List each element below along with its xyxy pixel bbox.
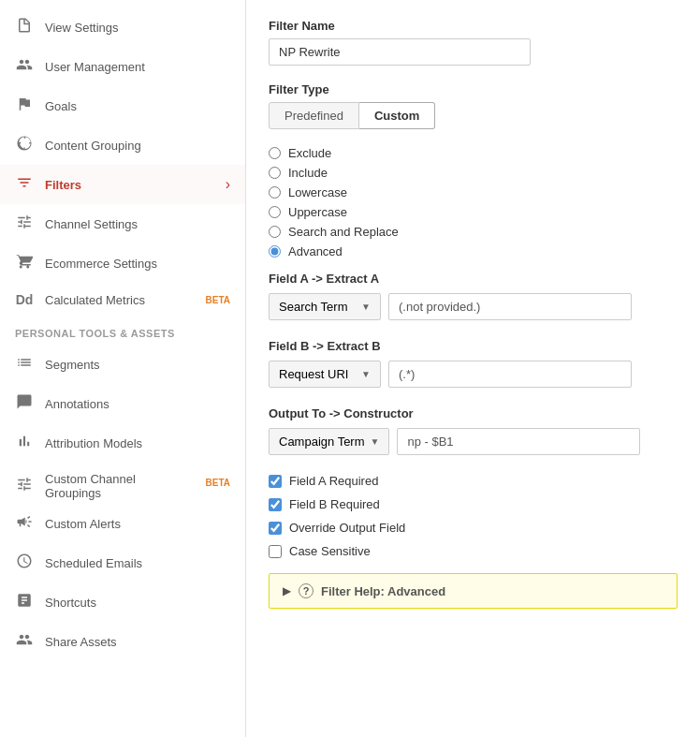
checkbox-case-sensitive-label: Case Sensitive (289, 544, 371, 558)
sidebar-item-scheduled-emails-label: Scheduled Emails (45, 556, 230, 570)
cart-icon (15, 253, 34, 273)
output-input[interactable] (397, 428, 640, 455)
sidebar-item-custom-channel-groupings[interactable]: Custom Channel Groupings BETA (0, 463, 245, 504)
sidebar-item-filters[interactable]: Filters › (0, 165, 245, 204)
checkbox-override-output-input[interactable] (269, 522, 282, 535)
sidebar-item-calculated-metrics-label: Calculated Metrics (45, 293, 191, 307)
segments-icon (15, 354, 34, 375)
radio-lowercase-label: Lowercase (288, 185, 347, 199)
field-b-label: Field B -> Extract B (269, 339, 678, 353)
radio-exclude-input[interactable] (269, 147, 281, 159)
filter-name-label: Filter Name (269, 19, 678, 33)
field-b-section: Field B -> Extract B Request URI ▼ (269, 339, 678, 388)
sidebar-item-channel-settings[interactable]: Channel Settings (0, 204, 245, 243)
field-b-input[interactable] (388, 361, 632, 388)
checkbox-field-b-required-label: Field B Required (289, 497, 380, 511)
share-icon (15, 631, 34, 652)
active-indicator: › (226, 176, 230, 193)
field-b-chevron-icon: ▼ (361, 369, 371, 379)
sidebar-item-annotations[interactable]: Annotations (0, 384, 245, 423)
predefined-btn[interactable]: Predefined (269, 102, 359, 129)
radio-uppercase-label: Uppercase (288, 205, 347, 219)
output-label: Output To -> Constructor (269, 406, 678, 420)
checkbox-override-output-label: Override Output Field (289, 521, 405, 535)
sidebar-item-custom-alerts-label: Custom Alerts (45, 517, 230, 531)
radio-exclude[interactable]: Exclude (269, 146, 678, 160)
checkbox-group: Field A Required Field B Required Overri… (269, 474, 678, 558)
sidebar-item-shortcuts[interactable]: Shortcuts (0, 582, 245, 622)
advanced-section: Field A -> Extract A Search Term ▼ Field… (269, 272, 678, 609)
sliders2-icon (15, 476, 34, 496)
sidebar-item-shortcuts-label: Shortcuts (45, 596, 230, 610)
field-a-chevron-icon: ▼ (361, 302, 371, 312)
radio-lowercase-input[interactable] (269, 186, 281, 199)
annotation-icon (15, 393, 34, 414)
sidebar-item-ecommerce-settings[interactable]: Ecommerce Settings (0, 243, 245, 283)
radio-search-replace[interactable]: Search and Replace (269, 225, 678, 239)
radio-uppercase-input[interactable] (269, 206, 281, 218)
sidebar-item-share-assets-label: Share Assets (45, 635, 230, 649)
bar-chart-icon (15, 433, 34, 453)
sidebar-item-view-settings[interactable]: View Settings (0, 7, 245, 47)
output-row: Campaign Term ▼ (269, 428, 678, 455)
checkbox-field-a-required-label: Field A Required (289, 474, 378, 488)
field-a-row: Search Term ▼ (269, 293, 678, 320)
sidebar-item-content-grouping-label: Content Grouping (45, 139, 230, 153)
field-a-section: Field A -> Extract A Search Term ▼ (269, 272, 678, 320)
filter-type-section: Filter Type Predefined Custom (269, 82, 678, 129)
checkbox-field-b-required-input[interactable] (269, 498, 282, 511)
checkbox-field-a-required-input[interactable] (269, 475, 282, 488)
sidebar-item-view-settings-label: View Settings (45, 21, 230, 35)
sidebar-item-custom-alerts[interactable]: Custom Alerts (0, 504, 245, 543)
filter-help-question-icon: ? (299, 583, 314, 598)
field-a-input[interactable] (388, 293, 632, 320)
field-a-dropdown-label: Search Term (279, 300, 347, 314)
sidebar-item-goals[interactable]: Goals (0, 86, 245, 125)
custom-channel-groupings-beta-label: BETA (206, 478, 230, 492)
radio-advanced-input[interactable] (269, 245, 281, 258)
custom-btn[interactable]: Custom (359, 102, 435, 129)
radio-include-label: Include (288, 166, 328, 180)
calculated-metrics-beta-badge: BETA (206, 295, 230, 305)
checkbox-case-sensitive[interactable]: Case Sensitive (269, 544, 678, 558)
field-b-dropdown[interactable]: Request URI ▼ (269, 361, 381, 388)
sidebar-item-calculated-metrics[interactable]: Dd Calculated Metrics BETA (0, 283, 245, 317)
sidebar-item-filters-label: Filters (45, 178, 214, 192)
radio-lowercase[interactable]: Lowercase (269, 185, 678, 199)
filter-type-group: Predefined Custom (269, 102, 678, 129)
checkbox-field-a-required[interactable]: Field A Required (269, 474, 678, 488)
output-dropdown[interactable]: Campaign Term ▼ (269, 428, 389, 455)
filter-help-bar[interactable]: ▶ ? Filter Help: Advanced (269, 573, 678, 609)
checkbox-case-sensitive-input[interactable] (269, 545, 282, 558)
users-icon (15, 56, 34, 77)
checkbox-field-b-required[interactable]: Field B Required (269, 497, 678, 511)
sidebar-item-attribution-models[interactable]: Attribution Models (0, 423, 245, 463)
field-b-row: Request URI ▼ (269, 361, 678, 388)
filter-name-input[interactable] (269, 38, 531, 66)
sidebar: View Settings User Management Goals Cont… (0, 0, 246, 737)
output-dropdown-label: Campaign Term (279, 435, 365, 449)
megaphone-icon (15, 513, 34, 534)
sidebar-item-segments[interactable]: Segments (0, 345, 245, 384)
radio-include-input[interactable] (269, 167, 281, 179)
sidebar-item-user-management[interactable]: User Management (0, 47, 245, 86)
sidebar-item-user-management-label: User Management (45, 60, 230, 74)
radio-advanced[interactable]: Advanced (269, 244, 678, 258)
sliders-icon (15, 214, 34, 234)
sidebar-item-content-grouping[interactable]: Content Grouping (0, 125, 245, 165)
sidebar-item-scheduled-emails[interactable]: Scheduled Emails (0, 543, 245, 582)
filter-help-arrow-icon: ▶ (283, 584, 291, 597)
sidebar-item-goals-label: Goals (45, 99, 230, 113)
sidebar-item-custom-channel-groupings-label: Custom Channel Groupings (45, 472, 165, 500)
field-a-dropdown[interactable]: Search Term ▼ (269, 293, 381, 320)
checkbox-override-output[interactable]: Override Output Field (269, 521, 678, 535)
radio-search-replace-input[interactable] (269, 226, 281, 238)
radio-include[interactable]: Include (269, 166, 678, 180)
file-icon (15, 17, 34, 37)
radio-search-replace-label: Search and Replace (288, 225, 399, 239)
flag-icon (15, 96, 34, 116)
personal-tools-header: PERSONAL TOOLS & ASSETS (0, 317, 245, 345)
sidebar-item-share-assets[interactable]: Share Assets (0, 622, 245, 661)
radio-uppercase[interactable]: Uppercase (269, 205, 678, 219)
shortcuts-icon (15, 592, 34, 612)
